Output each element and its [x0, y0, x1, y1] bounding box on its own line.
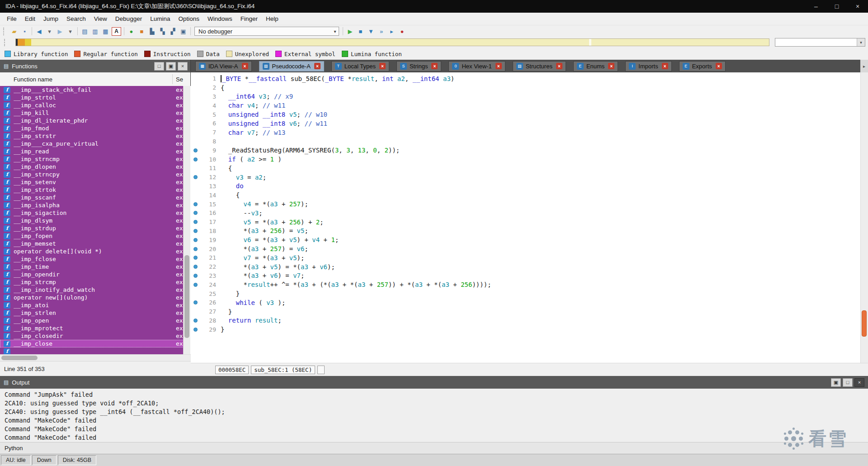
breakpoint-dot[interactable]	[193, 175, 198, 179]
code-line[interactable]: 2{	[191, 83, 868, 92]
table-row[interactable]: f__imp_dl_iterate_phdrex	[0, 117, 184, 124]
code-line[interactable]: 29}	[191, 325, 868, 334]
menu-file[interactable]: File	[3, 15, 21, 22]
cli-language-label[interactable]: Python	[5, 445, 23, 452]
breakpoint-dot[interactable]	[193, 148, 198, 152]
gutter[interactable]	[191, 220, 200, 224]
nav-forward-icon[interactable]: ▶	[55, 27, 65, 36]
table-row[interactable]: f__imp_strdupex	[0, 224, 184, 232]
run-to-cursor-icon[interactable]: ▸	[387, 27, 397, 36]
gutter[interactable]	[191, 247, 200, 251]
breakpoints-icon[interactable]: ●	[397, 27, 407, 36]
navband-range-combo[interactable]: ▾	[775, 38, 865, 47]
table-row[interactable]: f__imp_dlsymex	[0, 217, 184, 224]
table-row[interactable]: foperator delete[](void *)ex	[0, 247, 184, 255]
code-line[interactable]: 19 v6 = *(a3 + v5) + v4 + 1;	[191, 235, 868, 244]
table-row[interactable]: f__imp_callocex	[0, 101, 184, 109]
table-row[interactable]: f__imp___cxa_pure_virtualex	[0, 140, 184, 147]
column-divider[interactable]	[172, 74, 173, 84]
code-line[interactable]: 18 *(a3 + 256) = v5;	[191, 227, 868, 236]
scrollbar-thumb[interactable]	[862, 310, 867, 337]
code-line[interactable]: 6 unsigned __int8 v6; // w11	[191, 119, 868, 128]
toolbar-drag-handle[interactable]	[4, 39, 7, 46]
maximize-button[interactable]: □	[826, 0, 847, 13]
functions-horizontal-scrollbar[interactable]	[0, 354, 191, 361]
gutter[interactable]	[191, 274, 200, 278]
table-row[interactable]: f__imp_strstrex	[0, 132, 184, 140]
table-row[interactable]: f__imp_strtolex	[0, 94, 184, 101]
tab-hex-view-1[interactable]: 0Hex View-1×	[448, 61, 505, 71]
gutter[interactable]	[191, 319, 200, 323]
lumina-pull-icon[interactable]: ●	[126, 27, 137, 36]
tab-structures[interactable]: ▤Structures×	[513, 61, 566, 71]
menu-debugger[interactable]: Debugger	[111, 15, 146, 22]
breakpoint-dot[interactable]	[193, 202, 198, 206]
gutter[interactable]	[191, 157, 200, 162]
gutter[interactable]	[191, 229, 200, 233]
scrollbar-thumb[interactable]	[1, 356, 38, 360]
tab-strings[interactable]: SStrings×	[396, 61, 441, 71]
nav-forward-dropdown-icon[interactable]: ▾	[65, 27, 75, 36]
flow-chart-icon[interactable]: ▙	[147, 27, 157, 36]
snapshot-icon[interactable]: ▣	[178, 27, 189, 36]
jump-name-icon[interactable]: ▥	[90, 27, 100, 36]
tab-pseudocode-a[interactable]: ▧Pseudocode-A×	[259, 61, 324, 71]
scrollbar-thumb[interactable]	[184, 255, 189, 338]
table-row[interactable]: f__imp_readex	[0, 147, 184, 155]
code-line[interactable]: 23 *(a3 + v6) = v7;	[191, 271, 868, 281]
output-log[interactable]: Command "JumpAsk" failed2CA10: using gue…	[0, 389, 868, 442]
breakpoint-dot[interactable]	[193, 283, 198, 287]
code-line[interactable]: 15 v4 = *(a3 + 257);	[191, 200, 868, 209]
call-graph-icon[interactable]: ▚	[157, 27, 168, 36]
code-line[interactable]: 11 {	[191, 164, 868, 173]
panel-float-button[interactable]: □	[843, 378, 853, 387]
debugger-combo[interactable]: No debugger▾	[194, 27, 339, 36]
nav-back-dropdown-icon[interactable]: ▾	[44, 27, 55, 36]
jump-segment-icon[interactable]: ▦	[100, 27, 111, 36]
code-line[interactable]: 10 if ( a2 >= 1 )	[191, 155, 868, 164]
debugger-start-icon[interactable]: ▶	[345, 27, 355, 36]
code-line[interactable]: 9 _ReadStatusReg(ARM64_SYSREG(3, 3, 13, …	[191, 146, 868, 155]
table-row[interactable]: f__imp_fcloseex	[0, 255, 184, 263]
table-row[interactable]: f__imp_closeex	[0, 340, 184, 347]
gutter[interactable]	[191, 256, 200, 260]
jump-address-icon[interactable]: ▤	[80, 27, 90, 36]
code-line[interactable]: 5 unsigned __int8 v5; // w10	[191, 110, 868, 119]
menu-lumina[interactable]: Lumina	[146, 15, 174, 22]
functions-panel-header[interactable]: ▤ Functions □ ▣ ×	[0, 60, 190, 72]
code-line[interactable]: 3 __int64 v3; // x9	[191, 92, 868, 101]
table-row[interactable]: f__imp_fopenex	[0, 232, 184, 240]
breakpoint-dot[interactable]	[193, 157, 198, 162]
table-row[interactable]: f__imp_mprotectex	[0, 324, 184, 332]
table-row[interactable]: f__imp_opendirex	[0, 271, 184, 278]
menu-edit[interactable]: Edit	[21, 15, 39, 22]
menu-search[interactable]: Search	[62, 15, 90, 22]
gutter[interactable]	[191, 283, 200, 287]
column-function-name[interactable]: Function name	[0, 76, 52, 83]
breakpoint-dot[interactable]	[193, 319, 198, 323]
panel-restore-button[interactable]: □	[154, 62, 164, 71]
table-row[interactable]: f__imp_strcmpex	[0, 278, 184, 286]
tab-ida-view-a[interactable]: ▦IDA View-A×	[195, 61, 252, 71]
close-icon[interactable]: ×	[242, 63, 248, 69]
table-row[interactable]: f__imp_sigactionex	[0, 209, 184, 217]
table-row[interactable]: f__imp_isalphaex	[0, 201, 184, 209]
table-row[interactable]: f__imp_memsetex	[0, 240, 184, 247]
table-row[interactable]: f__imp_setenvex	[0, 178, 184, 186]
code-line[interactable]: 22 *(a3 + v5) = *(a3 + v6);	[191, 262, 868, 271]
chevron-down-icon[interactable]: ▾	[331, 29, 339, 34]
panel-close-button[interactable]: ×	[854, 378, 864, 387]
close-button[interactable]: ×	[847, 0, 868, 13]
gutter[interactable]	[191, 148, 200, 152]
breakpoint-dot[interactable]	[193, 238, 198, 242]
lumina-push-icon[interactable]: ■	[137, 27, 147, 36]
close-icon[interactable]: ×	[314, 63, 321, 69]
table-row[interactable]: f__imp_strlenex	[0, 309, 184, 317]
gutter[interactable]	[191, 328, 200, 332]
gutter[interactable]	[191, 238, 200, 242]
gutter[interactable]	[191, 300, 200, 304]
code-line[interactable]: 25 }	[191, 289, 868, 298]
table-row[interactable]: f__imp_openex	[0, 317, 184, 324]
code-line[interactable]: 1_BYTE *__fastcall sub_58EC(_BYTE *resul…	[191, 74, 868, 83]
table-row[interactable]: f__imp_strncmpex	[0, 155, 184, 163]
